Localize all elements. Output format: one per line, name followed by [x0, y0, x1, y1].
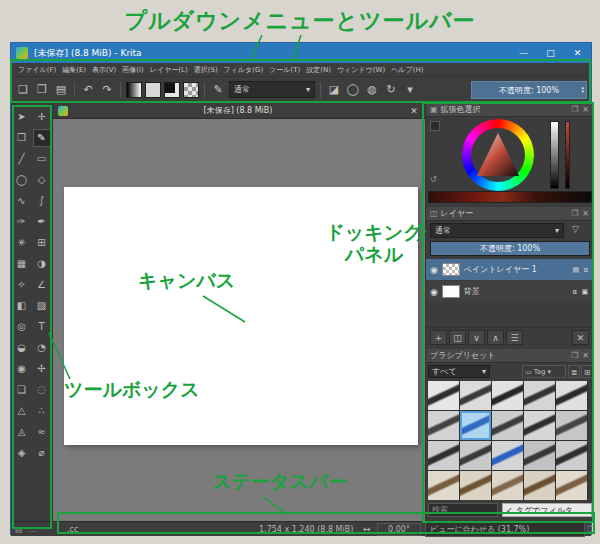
select-similar-tool-icon[interactable]: ≈: [34, 424, 50, 440]
open-document-icon[interactable]: ❒: [34, 81, 50, 99]
brush-tag-filter-select[interactable]: すべて ▾: [428, 365, 490, 378]
canvas[interactable]: [64, 187, 418, 445]
smart-patch-tool-icon[interactable]: ◒: [14, 340, 30, 356]
brush-preset-15[interactable]: [428, 471, 459, 500]
checker-swatch[interactable]: [183, 82, 199, 98]
canvas-viewport[interactable]: [53, 119, 425, 521]
brush-preset-6[interactable]: [460, 411, 491, 440]
text-tool-icon[interactable]: T: [34, 319, 50, 335]
brush-preset-8[interactable]: [524, 411, 555, 440]
select-rectangular-tool-icon[interactable]: ❏: [14, 382, 30, 398]
color-history-swatch[interactable]: [430, 121, 440, 131]
brush-search-input[interactable]: 検索: [428, 503, 498, 517]
brush-preset-0[interactable]: [428, 381, 459, 410]
panel-toggle-icon[interactable]: ❐: [587, 522, 594, 537]
float-panel-icon[interactable]: ❐: [571, 209, 578, 218]
transform-tool-icon[interactable]: ➤: [14, 109, 30, 125]
close-button[interactable]: ✕: [564, 43, 591, 63]
brush-preset-10[interactable]: [428, 441, 459, 470]
fill-tool-icon[interactable]: ◧: [14, 298, 30, 314]
layer-property-icons[interactable]: α ▣: [573, 288, 589, 296]
new-document-icon[interactable]: ❏: [15, 81, 31, 99]
mirror-icon[interactable]: ◍: [364, 81, 380, 99]
menu-item-0[interactable]: ファイル(F): [15, 65, 59, 75]
color-sampler-tool-icon[interactable]: ✧: [14, 277, 30, 293]
polyline-tool-icon[interactable]: ∿: [14, 193, 30, 209]
float-panel-icon[interactable]: ❐: [571, 351, 578, 360]
fg-bg-color-swatch[interactable]: [164, 82, 180, 98]
freehand-brush-tool-icon[interactable]: ✎: [34, 130, 50, 146]
move-tool-icon[interactable]: ✛: [34, 109, 50, 125]
bezier-curve-tool-icon[interactable]: ∫: [34, 193, 50, 209]
brush-preset-9[interactable]: [556, 411, 587, 440]
freehand-path-tool-icon[interactable]: ✑: [14, 214, 30, 230]
dropdown-arrow-icon[interactable]: ▾: [402, 81, 418, 99]
color-reload-icon[interactable]: ↺: [430, 175, 437, 184]
layer-visibility-icon[interactable]: ◉: [430, 265, 438, 275]
saturation-slider[interactable]: [565, 121, 570, 189]
dynamic-brush-tool-icon[interactable]: ✒: [34, 214, 50, 230]
brush-preset-19[interactable]: [556, 471, 587, 500]
brush-settings-icon[interactable]: ✎: [210, 81, 226, 99]
polygon-tool-icon[interactable]: ◇: [34, 172, 50, 188]
layer-properties-button[interactable]: ☰: [506, 330, 523, 345]
blend-mode-select[interactable]: 通常▾: [229, 81, 315, 98]
close-panel-icon[interactable]: ✕: [582, 351, 589, 360]
assistants-tool-icon[interactable]: ⊞: [34, 235, 50, 251]
layer-opacity-slider[interactable]: 不透明度: 100%: [430, 241, 590, 256]
multibrush-tool-icon[interactable]: ✳: [14, 235, 30, 251]
close-panel-icon[interactable]: ✕: [582, 209, 589, 218]
minimize-button[interactable]: —: [510, 43, 537, 63]
menu-item-2[interactable]: 表示(V): [89, 65, 119, 75]
pan-tool-icon[interactable]: ✢: [34, 361, 50, 377]
redo-icon[interactable]: ↷: [99, 81, 115, 99]
pattern-swatch[interactable]: [145, 82, 161, 98]
brush-preset-18[interactable]: [524, 471, 555, 500]
layer-row-paint-layer[interactable]: ◉ ペイントレイヤー 1 ▤ α: [426, 259, 593, 280]
alpha-lock-icon[interactable]: ◯: [345, 81, 361, 99]
layer-filter-icon[interactable]: ▽: [572, 224, 579, 234]
opacity-spinner[interactable]: ▴▾: [581, 85, 584, 93]
layer-group-button[interactable]: ◫: [449, 330, 466, 345]
menu-item-6[interactable]: フィルタ(G): [221, 65, 267, 75]
eraser-icon[interactable]: ◪: [326, 81, 342, 99]
brush-preset-3[interactable]: [524, 381, 555, 410]
menu-item-5[interactable]: 選択(S): [191, 65, 221, 75]
shade-selector-bar[interactable]: [428, 191, 592, 203]
menu-item-4[interactable]: レイヤー(L): [147, 65, 191, 75]
reference-images-tool-icon[interactable]: ◎: [14, 319, 30, 335]
tag-filter-checkbox[interactable]: ✓ タグでフィルタ: [502, 503, 592, 517]
brush-preset-17[interactable]: [492, 471, 523, 500]
pattern-edit-tool-icon[interactable]: ▦: [14, 256, 30, 272]
value-slider[interactable]: [550, 121, 559, 189]
layer-visibility-icon[interactable]: ◉: [430, 287, 438, 297]
undo-icon[interactable]: ↶: [80, 81, 96, 99]
zoom-select[interactable]: ビューに合わせる (31.7%): [425, 522, 585, 537]
brush-tag-box[interactable]: ▭ Tag ▾: [522, 365, 566, 378]
line-tool-icon[interactable]: ╱: [14, 151, 30, 167]
menu-item-10[interactable]: ヘルプ(H): [388, 65, 426, 75]
add-layer-button[interactable]: +: [430, 330, 447, 345]
select-magnetic-tool-icon[interactable]: ⌀: [34, 445, 50, 461]
brush-preset-1[interactable]: [460, 381, 491, 410]
layer-property-icons[interactable]: ▤ α: [573, 266, 589, 274]
brush-preset-4[interactable]: [556, 381, 587, 410]
gradient-tool-icon[interactable]: ▨: [34, 298, 50, 314]
layer-row-background[interactable]: ◉ 背景 α ▣: [426, 281, 593, 302]
brush-preset-12[interactable]: [492, 441, 523, 470]
select-polygonal-tool-icon[interactable]: △: [14, 403, 30, 419]
save-icon[interactable]: ▤: [53, 81, 69, 99]
select-elliptical-tool-icon[interactable]: ◌: [34, 382, 50, 398]
maximize-button[interactable]: □: [537, 43, 564, 63]
ellipse-tool-icon[interactable]: ◯: [14, 172, 30, 188]
more-icon[interactable]: …: [29, 522, 37, 537]
menu-item-9[interactable]: ウィンドウ(W): [334, 65, 388, 75]
brush-presets-header[interactable]: ブラシプリセット ❐ ✕: [426, 349, 593, 363]
brush-preset-2[interactable]: [492, 381, 523, 410]
document-close-icon[interactable]: ✕: [408, 106, 420, 116]
rotation-value[interactable]: 0.00°: [377, 523, 421, 536]
brush-preset-16[interactable]: [460, 471, 491, 500]
layers-header[interactable]: ◫ レイヤー ❐ ✕: [426, 207, 593, 221]
layer-blend-mode-select[interactable]: 通常 ▾: [430, 223, 564, 238]
delete-layer-button[interactable]: ✕: [572, 330, 589, 345]
